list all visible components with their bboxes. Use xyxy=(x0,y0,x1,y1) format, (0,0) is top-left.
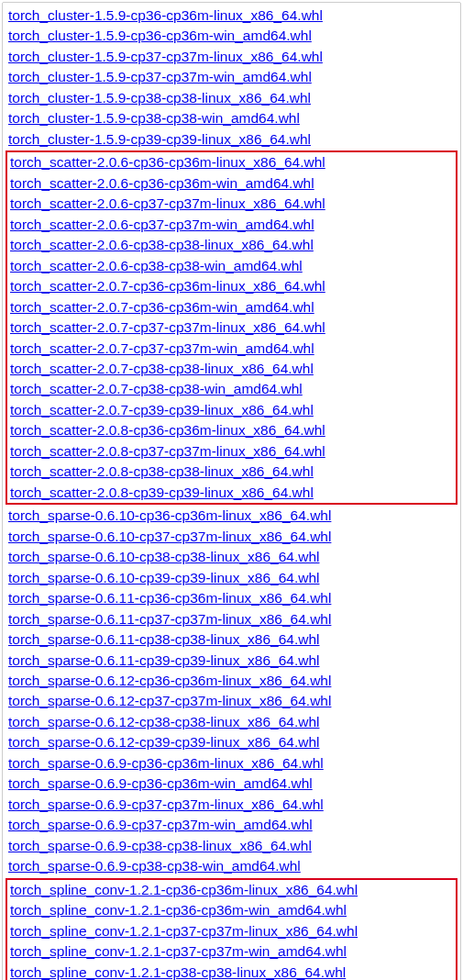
link-line: torch_sparse-0.6.9-cp36-cp36m-linux_x86_… xyxy=(8,753,455,774)
whl-link[interactable]: torch_scatter-2.0.7-cp36-cp36m-win_amd64… xyxy=(10,299,314,315)
link-line: torch_scatter-2.0.6-cp36-cp36m-linux_x86… xyxy=(10,152,453,173)
link-line: torch_spline_conv-1.2.1-cp36-cp36m-win_a… xyxy=(10,900,453,920)
link-line: torch_sparse-0.6.12-cp37-cp37m-linux_x86… xyxy=(8,691,455,711)
whl-link[interactable]: torch_spline_conv-1.2.1-cp37-cp37m-linux… xyxy=(10,923,358,939)
whl-link[interactable]: torch_cluster-1.5.9-cp39-cp39-linux_x86_… xyxy=(8,131,311,147)
whl-link[interactable]: torch_cluster-1.5.9-cp36-cp36m-win_amd64… xyxy=(8,28,312,43)
whl-link[interactable]: torch_scatter-2.0.7-cp36-cp36m-linux_x86… xyxy=(10,278,325,294)
link-line: torch_scatter-2.0.6-cp38-cp38-linux_x86_… xyxy=(10,235,453,255)
highlight-box-spline-conv: torch_spline_conv-1.2.1-cp36-cp36m-linux… xyxy=(6,878,457,980)
link-list-cluster: torch_cluster-1.5.9-cp36-cp36m-linux_x86… xyxy=(8,6,455,150)
link-line: torch_spline_conv-1.2.1-cp37-cp37m-win_a… xyxy=(10,941,453,962)
whl-link[interactable]: torch_sparse-0.6.10-cp38-cp38-linux_x86_… xyxy=(8,549,319,564)
link-line: torch_scatter-2.0.8-cp37-cp37m-linux_x86… xyxy=(10,441,453,462)
link-line: torch_cluster-1.5.9-cp37-cp37m-win_amd64… xyxy=(8,67,455,87)
whl-link[interactable]: torch_sparse-0.6.12-cp39-cp39-linux_x86_… xyxy=(8,734,319,750)
whl-link[interactable]: torch_sparse-0.6.10-cp39-cp39-linux_x86_… xyxy=(8,570,319,585)
whl-link[interactable]: torch_sparse-0.6.12-cp37-cp37m-linux_x86… xyxy=(8,693,331,708)
whl-link[interactable]: torch_scatter-2.0.8-cp39-cp39-linux_x86_… xyxy=(10,484,314,500)
link-line: torch_scatter-2.0.7-cp38-cp38-linux_x86_… xyxy=(10,359,453,379)
link-line: torch_cluster-1.5.9-cp37-cp37m-linux_x86… xyxy=(8,47,455,67)
whl-link[interactable]: torch_spline_conv-1.2.1-cp38-cp38-linux_… xyxy=(10,964,346,980)
whl-link[interactable]: torch_scatter-2.0.6-cp37-cp37m-linux_x86… xyxy=(10,195,325,211)
link-line: torch_cluster-1.5.9-cp38-cp38-win_amd64.… xyxy=(8,108,455,128)
whl-link[interactable]: torch_sparse-0.6.11-cp38-cp38-linux_x86_… xyxy=(8,631,319,647)
link-line: torch_sparse-0.6.11-cp38-cp38-linux_x86_… xyxy=(8,629,455,650)
link-line: torch_scatter-2.0.7-cp38-cp38-win_amd64.… xyxy=(10,379,453,399)
whl-link[interactable]: torch_scatter-2.0.7-cp37-cp37m-win_amd64… xyxy=(10,340,314,356)
whl-link[interactable]: torch_spline_conv-1.2.1-cp36-cp36m-linux… xyxy=(10,882,358,897)
whl-link[interactable]: torch_sparse-0.6.12-cp36-cp36m-linux_x86… xyxy=(8,673,331,688)
link-line: torch_sparse-0.6.9-cp38-cp38-win_amd64.w… xyxy=(8,856,455,876)
link-line: torch_scatter-2.0.6-cp37-cp37m-win_amd64… xyxy=(10,215,453,235)
whl-link[interactable]: torch_sparse-0.6.11-cp37-cp37m-linux_x86… xyxy=(8,611,331,627)
link-line: torch_cluster-1.5.9-cp36-cp36m-linux_x86… xyxy=(8,6,455,26)
link-line: torch_spline_conv-1.2.1-cp37-cp37m-linux… xyxy=(10,921,453,941)
link-line: torch_cluster-1.5.9-cp36-cp36m-win_amd64… xyxy=(8,26,455,46)
link-line: torch_scatter-2.0.7-cp37-cp37m-win_amd64… xyxy=(10,339,453,359)
link-line: torch_scatter-2.0.7-cp36-cp36m-linux_x86… xyxy=(10,276,453,296)
link-line: torch_sparse-0.6.10-cp39-cp39-linux_x86_… xyxy=(8,568,455,588)
link-line: torch_sparse-0.6.12-cp39-cp39-linux_x86_… xyxy=(8,732,455,752)
link-line: torch_scatter-2.0.7-cp37-cp37m-linux_x86… xyxy=(10,317,453,338)
link-line: torch_sparse-0.6.10-cp37-cp37m-linux_x86… xyxy=(8,527,455,547)
whl-link[interactable]: torch_sparse-0.6.9-cp38-cp38-win_amd64.w… xyxy=(8,858,301,874)
link-line: torch_scatter-2.0.8-cp39-cp39-linux_x86_… xyxy=(10,483,453,503)
whl-link[interactable]: torch_sparse-0.6.9-cp37-cp37m-win_amd64.… xyxy=(8,817,313,832)
whl-link[interactable]: torch_scatter-2.0.6-cp38-cp38-linux_x86_… xyxy=(10,237,314,252)
link-list-sparse: torch_sparse-0.6.10-cp36-cp36m-linux_x86… xyxy=(8,506,455,876)
link-line: torch_sparse-0.6.9-cp38-cp38-linux_x86_6… xyxy=(8,836,455,856)
whl-link[interactable]: torch_sparse-0.6.10-cp37-cp37m-linux_x86… xyxy=(8,529,331,544)
whl-link[interactable]: torch_scatter-2.0.7-cp37-cp37m-linux_x86… xyxy=(10,319,325,335)
link-line: torch_sparse-0.6.11-cp36-cp36m-linux_x86… xyxy=(8,588,455,608)
whl-link[interactable]: torch_cluster-1.5.9-cp36-cp36m-linux_x86… xyxy=(8,7,323,23)
link-line: torch_scatter-2.0.8-cp36-cp36m-linux_x86… xyxy=(10,420,453,440)
whl-link[interactable]: torch_scatter-2.0.6-cp36-cp36m-win_amd64… xyxy=(10,175,314,191)
whl-link[interactable]: torch_cluster-1.5.9-cp37-cp37m-win_amd64… xyxy=(8,69,312,84)
whl-link[interactable]: torch_cluster-1.5.9-cp38-cp38-win_amd64.… xyxy=(8,110,300,126)
whl-link[interactable]: torch_scatter-2.0.8-cp38-cp38-linux_x86_… xyxy=(10,463,314,479)
link-line: torch_cluster-1.5.9-cp39-cp39-linux_x86_… xyxy=(8,129,455,150)
link-line: torch_sparse-0.6.12-cp36-cp36m-linux_x86… xyxy=(8,671,455,691)
link-line: torch_scatter-2.0.7-cp36-cp36m-win_amd64… xyxy=(10,297,453,317)
whl-link[interactable]: torch_cluster-1.5.9-cp38-cp38-linux_x86_… xyxy=(8,90,311,106)
link-line: torch_cluster-1.5.9-cp38-cp38-linux_x86_… xyxy=(8,88,455,108)
link-line: torch_spline_conv-1.2.1-cp38-cp38-linux_… xyxy=(10,963,453,980)
link-line: torch_spline_conv-1.2.1-cp36-cp36m-linux… xyxy=(10,880,453,900)
whl-link[interactable]: torch_scatter-2.0.7-cp39-cp39-linux_x86_… xyxy=(10,402,314,418)
page-frame: torch_cluster-1.5.9-cp36-cp36m-linux_x86… xyxy=(2,2,461,980)
link-line: torch_scatter-2.0.8-cp38-cp38-linux_x86_… xyxy=(10,462,453,482)
link-line: torch_scatter-2.0.6-cp37-cp37m-linux_x86… xyxy=(10,194,453,214)
link-line: torch_scatter-2.0.6-cp36-cp36m-win_amd64… xyxy=(10,173,453,194)
whl-link[interactable]: torch_sparse-0.6.9-cp36-cp36m-linux_x86_… xyxy=(8,755,324,771)
link-line: torch_sparse-0.6.9-cp36-cp36m-win_amd64.… xyxy=(8,774,455,794)
link-line: torch_sparse-0.6.9-cp37-cp37m-linux_x86_… xyxy=(8,795,455,815)
whl-link[interactable]: torch_scatter-2.0.8-cp37-cp37m-linux_x86… xyxy=(10,443,325,459)
whl-link[interactable]: torch_sparse-0.6.9-cp37-cp37m-linux_x86_… xyxy=(8,796,324,812)
whl-link[interactable]: torch_scatter-2.0.6-cp38-cp38-win_amd64.… xyxy=(10,258,303,273)
whl-link[interactable]: torch_sparse-0.6.11-cp39-cp39-linux_x86_… xyxy=(8,652,319,668)
whl-link[interactable]: torch_sparse-0.6.9-cp36-cp36m-win_amd64.… xyxy=(8,775,313,791)
link-line: torch_sparse-0.6.11-cp37-cp37m-linux_x86… xyxy=(8,609,455,629)
link-line: torch_sparse-0.6.9-cp37-cp37m-win_amd64.… xyxy=(8,815,455,835)
whl-link[interactable]: torch_spline_conv-1.2.1-cp36-cp36m-win_a… xyxy=(10,902,347,918)
link-line: torch_scatter-2.0.6-cp38-cp38-win_amd64.… xyxy=(10,256,453,276)
whl-link[interactable]: torch_sparse-0.6.9-cp38-cp38-linux_x86_6… xyxy=(8,838,312,853)
link-line: torch_sparse-0.6.12-cp38-cp38-linux_x86_… xyxy=(8,712,455,732)
whl-link[interactable]: torch_scatter-2.0.8-cp36-cp36m-linux_x86… xyxy=(10,422,325,438)
whl-link[interactable]: torch_sparse-0.6.12-cp38-cp38-linux_x86_… xyxy=(8,714,319,729)
link-line: torch_sparse-0.6.11-cp39-cp39-linux_x86_… xyxy=(8,651,455,671)
whl-link[interactable]: torch_spline_conv-1.2.1-cp37-cp37m-win_a… xyxy=(10,943,347,959)
whl-link[interactable]: torch_scatter-2.0.7-cp38-cp38-win_amd64.… xyxy=(10,381,303,396)
whl-link[interactable]: torch_sparse-0.6.10-cp36-cp36m-linux_x86… xyxy=(8,507,331,523)
whl-link[interactable]: torch_scatter-2.0.7-cp38-cp38-linux_x86_… xyxy=(10,361,314,376)
whl-link[interactable]: torch_sparse-0.6.11-cp36-cp36m-linux_x86… xyxy=(8,590,331,606)
whl-link[interactable]: torch_scatter-2.0.6-cp36-cp36m-linux_x86… xyxy=(10,154,325,170)
whl-link[interactable]: torch_cluster-1.5.9-cp37-cp37m-linux_x86… xyxy=(8,49,323,64)
highlight-box-scatter: torch_scatter-2.0.6-cp36-cp36m-linux_x86… xyxy=(6,150,457,505)
link-line: torch_sparse-0.6.10-cp36-cp36m-linux_x86… xyxy=(8,506,455,526)
link-line: torch_scatter-2.0.7-cp39-cp39-linux_x86_… xyxy=(10,400,453,420)
whl-link[interactable]: torch_scatter-2.0.6-cp37-cp37m-win_amd64… xyxy=(10,217,314,232)
link-line: torch_sparse-0.6.10-cp38-cp38-linux_x86_… xyxy=(8,547,455,567)
